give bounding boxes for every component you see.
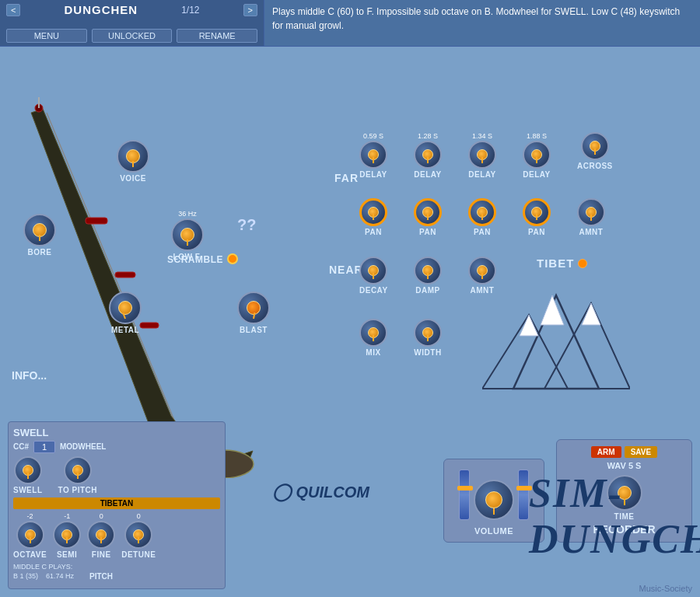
far-delay4-value: 1.88 S xyxy=(527,132,547,140)
octave-knob[interactable] xyxy=(16,521,44,549)
cc-label: CC# xyxy=(13,442,29,451)
volume-knob-container xyxy=(474,480,514,520)
bore-knob[interactable] xyxy=(23,214,56,246)
near-width-container: WIDTH xyxy=(414,319,442,357)
octave-label: OCTAVE xyxy=(13,550,47,559)
detune-knob[interactable] xyxy=(124,521,152,549)
far-delay1-container: 0.59 S DELAY xyxy=(359,132,387,179)
far-delay4-label: DELAY xyxy=(523,170,550,179)
octave-value: -2 xyxy=(27,512,33,520)
far-delay4-container: 1.88 S DELAY xyxy=(523,132,551,179)
far-delay3-value: 1.34 S xyxy=(472,132,492,140)
quilcom-text: QUILCOM xyxy=(296,484,369,501)
lowf-knob[interactable] xyxy=(171,218,204,251)
topitch-knob[interactable] xyxy=(64,456,92,484)
question-mark: ?? xyxy=(237,216,256,233)
patch-counter: 1/12 xyxy=(181,5,199,16)
cc-row: CC# MODWHEEL xyxy=(13,441,220,453)
metal-label: METAL xyxy=(111,326,139,334)
far-pan4-container: PAN xyxy=(523,198,551,236)
main-area: VOICE BORE 36 Hz LOW F. SCRAMBLE ?? META… xyxy=(0,47,700,597)
far-pan1-knob[interactable] xyxy=(359,198,387,226)
near-mix-container: MIX xyxy=(359,319,387,357)
near-width-label: WIDTH xyxy=(414,348,441,357)
far-delay4-knob[interactable] xyxy=(523,141,551,169)
svg-rect-2 xyxy=(86,218,107,224)
volume-knob[interactable] xyxy=(474,480,514,520)
info-text: Plays middle C (60) to F. Impossible sub… xyxy=(264,0,700,46)
far-delay2-value: 1.28 S xyxy=(418,132,438,140)
unlock-button[interactable]: UNLOCKED xyxy=(92,29,173,43)
fader-area xyxy=(459,466,529,520)
scramble-dot[interactable] xyxy=(227,253,238,264)
topitch-label: TO PITCH xyxy=(58,486,97,494)
far-delay2-knob[interactable] xyxy=(414,141,442,169)
cc-input[interactable] xyxy=(33,441,55,453)
detune-container: 0 DETUNE xyxy=(121,512,156,559)
quilcom-logo: ◯ QUILCOM xyxy=(272,482,369,502)
far-label: FAR xyxy=(334,172,359,184)
arm-button[interactable]: ARM xyxy=(591,446,621,458)
near-mix-knob[interactable] xyxy=(359,319,387,347)
volume-label: VOLUME xyxy=(474,526,513,536)
near-damp-knob[interactable] xyxy=(414,257,442,285)
far-pan3-label: PAN xyxy=(474,228,491,236)
fine-container: 0 FINE xyxy=(87,512,115,559)
rename-button[interactable]: RENAME xyxy=(177,29,257,43)
save-button[interactable]: SAVE xyxy=(625,446,658,458)
bore-knob-container: BORE xyxy=(23,214,56,257)
next-patch-button[interactable]: > xyxy=(243,4,257,16)
svg-rect-4 xyxy=(140,323,159,328)
near-damp-container: DAMP xyxy=(414,257,442,295)
tibet-label: TIBET xyxy=(537,257,574,270)
swell-title: SWELL xyxy=(13,427,49,438)
metal-knob[interactable] xyxy=(109,292,142,324)
semi-label: SEMI xyxy=(57,550,77,559)
far-across-knob[interactable] xyxy=(581,132,609,160)
semi-value: -1 xyxy=(64,512,70,520)
far-label-container: FAR xyxy=(334,171,359,185)
tibetan-row: TIBETAN xyxy=(13,498,220,509)
far-pan4-knob[interactable] xyxy=(523,198,551,226)
blast-knob[interactable] xyxy=(237,292,270,324)
prev-patch-button[interactable]: < xyxy=(6,4,20,16)
swell-knob-container: SWELL xyxy=(13,456,43,494)
title-row: < DUNGCHEN 1/12 > xyxy=(6,3,257,16)
far-delay3-knob[interactable] xyxy=(468,141,496,169)
near-label-container: NEAR xyxy=(329,263,363,277)
bore-label: BORE xyxy=(28,248,52,257)
near-mix-label: MIX xyxy=(366,348,380,357)
detune-label: DETUNE xyxy=(121,550,156,559)
menu-button[interactable]: MENU xyxy=(6,29,87,43)
semi-knob[interactable] xyxy=(53,521,81,549)
watermark: Music-Society xyxy=(639,584,692,593)
far-amnt-knob[interactable] xyxy=(577,198,605,226)
qmark-label: ?? xyxy=(237,216,256,234)
near-width-knob[interactable] xyxy=(414,319,442,347)
far-pan3-knob[interactable] xyxy=(468,198,496,226)
fine-knob[interactable] xyxy=(87,521,115,549)
octave-container: -2 OCTAVE xyxy=(13,512,47,559)
fader-right[interactable] xyxy=(518,470,529,520)
near-decay-knob[interactable] xyxy=(359,257,387,285)
swell-knob[interactable] xyxy=(14,456,42,484)
scramble-row: SCRAMBLE xyxy=(167,253,238,265)
metal-knob-container: METAL xyxy=(109,292,142,334)
far-delay1-knob[interactable] xyxy=(359,141,387,169)
voice-label: VOICE xyxy=(120,174,146,183)
far-pan2-label: PAN xyxy=(419,228,436,236)
fader-left[interactable] xyxy=(459,470,470,520)
quilcom-circle: ◯ xyxy=(272,482,292,501)
pitch-label: PITCH xyxy=(89,572,113,581)
fine-value: 0 xyxy=(100,512,103,520)
voice-knob[interactable] xyxy=(117,140,149,173)
blast-label: BLAST xyxy=(240,326,268,334)
far-delay3-container: 1.34 S DELAY xyxy=(468,132,496,179)
info-label: INFO... xyxy=(12,369,47,382)
middle-c-text: MIDDLE C PLAYS: B 1 (35) 61.74 Hz PITCH xyxy=(13,562,113,581)
far-pan1-container: PAN xyxy=(359,198,387,236)
far-pan2-knob[interactable] xyxy=(414,198,442,226)
semi-container: -1 SEMI xyxy=(53,512,81,559)
sim-dungchen-title: SIM-DUNGCHEN xyxy=(529,470,700,562)
tibet-toggle[interactable] xyxy=(578,259,587,268)
